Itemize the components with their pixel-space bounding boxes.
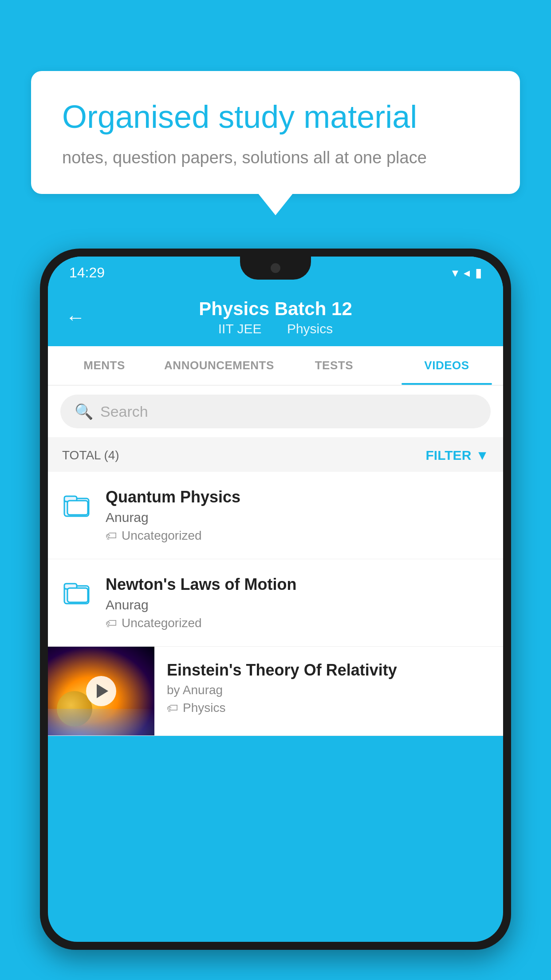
bubble-subtitle: notes, question papers, solutions all at… [62, 148, 489, 167]
board-label: IIT JEE [218, 321, 262, 336]
filter-bar: TOTAL (4) FILTER ▼ [48, 439, 503, 472]
tab-tests[interactable]: TESTS [278, 346, 390, 385]
tag-label: Uncategorized [122, 616, 202, 630]
speech-bubble-section: Organised study material notes, question… [31, 71, 520, 194]
bubble-title: Organised study material [62, 98, 489, 136]
battery-icon: ▮ [475, 265, 482, 280]
item-author: by Anurag [167, 683, 491, 697]
tag-label: Uncategorized [122, 529, 202, 543]
filter-button[interactable]: FILTER ▼ [426, 448, 489, 463]
subject-label: Physics [287, 321, 333, 336]
phone-body: 14:29 ▾ ◂ ▮ ← Physics Batch 12 IIT JEE P… [40, 249, 511, 950]
tabs-bar: MENTS ANNOUNCEMENTS TESTS VIDEOS [48, 346, 503, 386]
play-button[interactable] [86, 676, 116, 706]
search-icon: 🔍 [75, 403, 93, 420]
tab-videos[interactable]: VIDEOS [390, 346, 503, 385]
tag-icon: 🏷 [167, 701, 178, 715]
phone-notch [240, 257, 311, 280]
list-item[interactable]: Einstein's Theory Of Relativity by Anura… [48, 647, 503, 736]
item-author: Anurag [106, 597, 489, 612]
tag-icon: 🏷 [106, 529, 117, 543]
tag-icon: 🏷 [106, 616, 117, 630]
speech-bubble-card: Organised study material notes, question… [31, 71, 520, 194]
total-count: TOTAL (4) [62, 448, 119, 462]
video-thumbnail [48, 647, 154, 735]
filter-label: FILTER [426, 448, 472, 463]
glow-graphic [48, 709, 154, 735]
item-icon-container [62, 577, 93, 610]
search-input[interactable]: Search [100, 403, 148, 420]
app-bar-title: Physics Batch 12 [199, 298, 352, 320]
list-item[interactable]: Newton's Laws of Motion Anurag 🏷 Uncateg… [48, 559, 503, 647]
item-content: Einstein's Theory Of Relativity by Anura… [154, 647, 503, 729]
item-tag: 🏷 Physics [167, 701, 491, 715]
status-time: 14:29 [69, 265, 105, 281]
folder-icon [62, 577, 93, 608]
item-tag: 🏷 Uncategorized [106, 616, 489, 630]
item-author: Anurag [106, 510, 489, 525]
tab-announcements[interactable]: ANNOUNCEMENTS [161, 346, 278, 385]
item-icon-container [62, 490, 93, 522]
app-bar-subtitle: IIT JEE Physics [218, 321, 333, 336]
subtitle-separator [271, 321, 278, 336]
item-tag: 🏷 Uncategorized [106, 529, 489, 543]
app-bar: ← Physics Batch 12 IIT JEE Physics [48, 288, 503, 346]
folder-icon [62, 490, 93, 521]
list-item[interactable]: Quantum Physics Anurag 🏷 Uncategorized [48, 472, 503, 559]
status-icons: ▾ ◂ ▮ [452, 265, 482, 280]
play-icon [97, 684, 108, 698]
tab-ments[interactable]: MENTS [48, 346, 161, 385]
back-button[interactable]: ← [66, 306, 85, 328]
item-title: Einstein's Theory Of Relativity [167, 661, 491, 680]
phone-screen-wrapper: 14:29 ▾ ◂ ▮ ← Physics Batch 12 IIT JEE P… [48, 257, 503, 942]
tag-label: Physics [183, 701, 225, 715]
camera-dot [271, 263, 280, 273]
filter-icon: ▼ [476, 448, 489, 463]
search-container: 🔍 Search [48, 386, 503, 437]
item-content: Newton's Laws of Motion Anurag 🏷 Uncateg… [106, 575, 489, 630]
phone-device: 14:29 ▾ ◂ ▮ ← Physics Batch 12 IIT JEE P… [40, 249, 511, 980]
svg-rect-5 [67, 588, 88, 602]
video-list: Quantum Physics Anurag 🏷 Uncategorized [48, 472, 503, 736]
svg-rect-2 [67, 501, 88, 515]
search-bar[interactable]: 🔍 Search [60, 395, 491, 428]
signal-icon: ◂ [464, 265, 470, 280]
item-title: Quantum Physics [106, 488, 489, 506]
wifi-icon: ▾ [452, 265, 458, 280]
item-content: Quantum Physics Anurag 🏷 Uncategorized [106, 488, 489, 543]
content-area: 🔍 Search TOTAL (4) FILTER ▼ [48, 386, 503, 736]
status-bar: 14:29 ▾ ◂ ▮ [48, 257, 503, 288]
item-title: Newton's Laws of Motion [106, 575, 489, 594]
